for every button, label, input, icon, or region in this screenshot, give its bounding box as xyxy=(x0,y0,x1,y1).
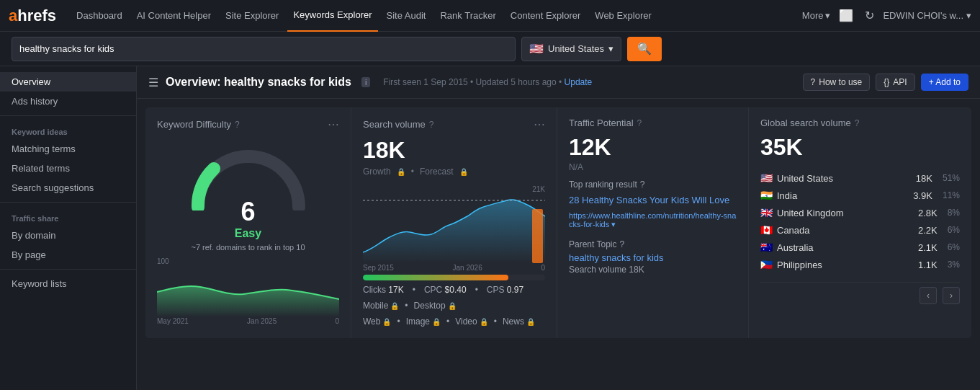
svg-point-0 xyxy=(210,164,218,173)
traffic-share-label: Traffic share xyxy=(0,207,136,226)
svg-rect-1 xyxy=(532,209,543,263)
cps-stat: CPS 0.97 xyxy=(487,285,523,295)
monitor-icon[interactable]: ⬜ xyxy=(836,6,856,25)
forecast-label[interactable]: Forecast xyxy=(420,167,454,177)
kd-menu-icon[interactable]: ⋯ xyxy=(328,118,339,131)
country-name: Philippines xyxy=(777,260,914,270)
sv-help-icon[interactable]: ? xyxy=(429,120,434,130)
sv-menu-icon[interactable]: ⋯ xyxy=(534,118,545,131)
mobile-item: Mobile 🔒 xyxy=(363,301,399,311)
sidebar-item-matching-terms[interactable]: Matching terms xyxy=(0,139,136,159)
main-layout: Overview Ads history Keyword ideas Match… xyxy=(0,66,980,390)
kd-mini-chart: 100 May 2021 Jan xyxy=(157,257,339,325)
lock-icon-desktop: 🔒 xyxy=(448,302,457,310)
nav-content-explorer[interactable]: Content Explorer xyxy=(505,0,587,32)
gsv-card-header: Global search volume ? xyxy=(760,118,960,128)
tp-value: 12K xyxy=(569,134,737,161)
search-input-wrap[interactable] xyxy=(12,37,516,61)
chevron-down-icon: ▾ xyxy=(608,43,613,54)
api-button[interactable]: {} API xyxy=(876,74,914,91)
chevron-down-icon: ▾ xyxy=(825,10,830,21)
country-val: 18K xyxy=(916,173,932,184)
tp-parent-help-icon[interactable]: ? xyxy=(620,239,625,249)
logo[interactable]: ahrefs xyxy=(9,6,56,25)
page-header: ☰ Overview: healthy snacks for kids i Fi… xyxy=(137,66,980,99)
tp-parent-vol: Search volume 18K xyxy=(569,265,737,275)
nav-site-audit[interactable]: Site Audit xyxy=(381,0,432,32)
how-to-use-button[interactable]: ? How to use xyxy=(803,74,871,91)
country-pct: 11% xyxy=(943,190,960,200)
sidebar-item-by-page[interactable]: By page xyxy=(0,245,136,265)
country-flag: 🇦🇺 xyxy=(760,241,773,253)
sidebar-item-search-suggestions[interactable]: Search suggestions xyxy=(0,178,136,198)
gsv-next-button[interactable]: › xyxy=(943,287,960,304)
nav-ai-content-helper[interactable]: AI Content Helper xyxy=(131,0,217,32)
country-flag: 🇬🇧 xyxy=(760,207,773,218)
sv-types: Web 🔒 • Image 🔒 • Video 🔒 • N xyxy=(363,316,545,327)
country-row: 🇮🇳 India 3.9K 11% xyxy=(760,187,960,204)
video-type: Video 🔒 xyxy=(455,316,487,327)
country-name: Australia xyxy=(777,242,914,253)
tp-help-icon[interactable]: ? xyxy=(637,118,642,128)
logo-hrefs: hrefs xyxy=(17,6,56,25)
info-badge[interactable]: i xyxy=(361,77,370,87)
kd-chart-svg xyxy=(157,267,339,317)
keyword-ideas-label: Keyword ideas xyxy=(0,120,136,139)
global-search-volume-card: Global search volume ? 35K 🇺🇸 United Sta… xyxy=(749,107,971,338)
nav-web-explorer[interactable]: Web Explorer xyxy=(589,0,657,32)
sv-card-header: Search volume ? ⋯ xyxy=(363,118,545,131)
country-val: 2.1K xyxy=(918,242,938,253)
tp-result-url[interactable]: https://www.healthline.com/nutrition/hea… xyxy=(569,211,737,229)
page-title: Overview: healthy snacks for kids xyxy=(166,76,351,89)
refresh-icon[interactable]: ↻ xyxy=(862,6,877,25)
tp-result-title[interactable]: 28 Healthy Snacks Your Kids Will Love xyxy=(569,194,737,207)
country-pct: 6% xyxy=(948,242,960,252)
header-actions: ? How to use {} API + Add to xyxy=(803,74,968,91)
sidebar-item-by-domain[interactable]: By domain xyxy=(0,226,136,245)
kd-card-title: Keyword Difficulty ? xyxy=(157,119,240,130)
lock-icon-news: 🔒 xyxy=(526,318,535,326)
gsv-help-icon[interactable]: ? xyxy=(855,118,860,128)
cpc-stat: CPC $0.40 xyxy=(424,285,467,295)
sidebar-item-overview[interactable]: Overview xyxy=(0,72,136,92)
country-pct: 51% xyxy=(943,173,960,183)
kd-value: 6 xyxy=(191,197,305,227)
us-flag: 🇺🇸 xyxy=(529,42,544,56)
add-to-button[interactable]: + Add to xyxy=(921,74,968,91)
update-link[interactable]: Update xyxy=(565,77,593,87)
top-nav: ahrefs Dashboard AI Content Helper Site … xyxy=(0,0,980,32)
country-flag: 🇺🇸 xyxy=(760,172,773,184)
sidebar-item-ads-history[interactable]: Ads history xyxy=(0,92,136,111)
sv-chart-date-end: Jan 2026 xyxy=(453,264,482,272)
nav-user[interactable]: EDWIN CHOI's w... ▾ xyxy=(883,10,971,21)
gsv-prev-button[interactable]: ‹ xyxy=(920,287,937,304)
nav-site-explorer[interactable]: Site Explorer xyxy=(220,0,284,32)
nav-dashboard[interactable]: Dashboard xyxy=(71,0,128,32)
nav-keywords-explorer[interactable]: Keywords Explorer xyxy=(287,0,377,32)
tp-parent-value[interactable]: healthy snacks for kids xyxy=(569,252,737,263)
growth-label[interactable]: Growth xyxy=(363,167,391,177)
country-flag: 🇮🇳 xyxy=(760,190,773,201)
tp-result-help-icon[interactable]: ? xyxy=(640,180,645,190)
content-area: ☰ Overview: healthy snacks for kids i Fi… xyxy=(137,66,980,390)
search-input[interactable] xyxy=(19,43,508,54)
nav-more[interactable]: More ▾ xyxy=(802,10,831,21)
nav-rank-tracker[interactable]: Rank Tracker xyxy=(434,0,501,32)
sidebar-item-related-terms[interactable]: Related terms xyxy=(0,159,136,178)
nav-right: More ▾ ⬜ ↻ EDWIN CHOI's w... ▾ xyxy=(802,6,971,25)
kd-gauge: 6 Easy ~7 ref. domains to rank in top 10 xyxy=(157,138,339,252)
hamburger-icon[interactable]: ☰ xyxy=(148,76,158,89)
country-row: 🇨🇦 Canada 2.2K 6% xyxy=(760,221,960,239)
search-button[interactable]: 🔍 xyxy=(627,37,662,61)
country-selector[interactable]: 🇺🇸 United States ▾ xyxy=(521,37,621,61)
news-type: News 🔒 xyxy=(503,316,535,327)
tp-card-title: Traffic Potential ? xyxy=(569,118,642,128)
tp-parent-label: Parent Topic ? xyxy=(569,239,737,249)
sidebar-item-keyword-lists[interactable]: Keyword lists xyxy=(0,274,136,293)
help-icon: ? xyxy=(811,77,816,87)
sv-stats: Clicks 17K • CPC $0.40 • CPS 0.97 xyxy=(363,285,545,295)
country-name: Canada xyxy=(777,225,914,236)
kd-help-icon[interactable]: ? xyxy=(235,120,240,130)
tp-card-header: Traffic Potential ? xyxy=(569,118,737,128)
country-row: 🇦🇺 Australia 2.1K 6% xyxy=(760,239,960,256)
